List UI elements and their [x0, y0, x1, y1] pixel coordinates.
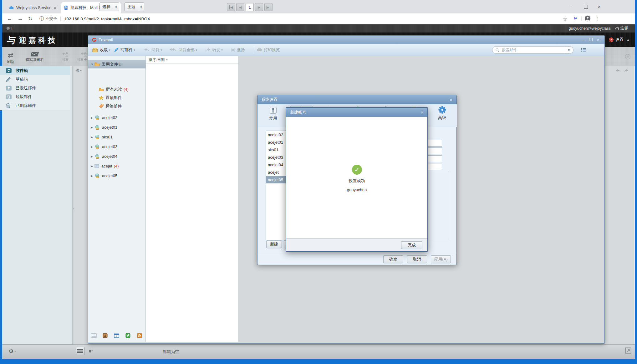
collapse-caret-icon[interactable]: ▲ — [627, 38, 629, 41]
settings-account-listbox: acejet02 acejet01 sks01 acejet03 acejet0… — [266, 131, 286, 240]
sidebar-item-trash[interactable]: 已删除邮件 — [0, 101, 70, 110]
list-view-button[interactable] — [76, 347, 84, 355]
tree-collapsed-icon[interactable]: ▶ — [91, 116, 94, 119]
account-acejet[interactable]: ▶ acejet (4) — [88, 161, 146, 171]
sidebar-item-inbox[interactable]: 收件箱 — [0, 66, 70, 75]
sidebar-item-junk[interactable]: 垃圾邮件 — [0, 92, 70, 102]
folder-tagged[interactable]: 标签邮件 — [88, 102, 146, 110]
site-settings[interactable]: 设置 ▲ — [609, 37, 629, 42]
splitter-handle[interactable]: ⋮ — [72, 208, 75, 212]
forward-mini-icon — [623, 69, 629, 72]
close-tab-icon[interactable]: × — [54, 5, 56, 10]
listbox-item[interactable]: sks01 — [266, 146, 286, 153]
extension-icon[interactable] — [573, 16, 578, 21]
tree-expanded-icon[interactable]: ▼ — [91, 63, 94, 66]
reload-icon[interactable]: ↻ — [28, 16, 33, 22]
compose-button[interactable]: 撰写新邮件 — [26, 51, 44, 62]
browser-tab-wejoyclass[interactable]: Wejoyclass Service Center × — [6, 2, 59, 13]
foxmail-titlebar[interactable]: Foxmail – × — [88, 36, 604, 44]
fx-maximize-icon[interactable] — [587, 37, 594, 42]
listbox-item[interactable]: acejet02 — [266, 131, 286, 138]
page-number-input[interactable]: 1 — [246, 3, 254, 11]
tree-collapsed-icon[interactable]: ▶ — [91, 126, 94, 129]
account-acejet03[interactable]: ▶ acejet03 — [88, 142, 146, 152]
account-acejet01[interactable]: ▶ acejet01 — [88, 122, 146, 132]
write-mail-button[interactable]: 写邮件 ▾ — [114, 47, 135, 53]
forward-button: 转发 ▾ — [205, 47, 223, 53]
cancel-button[interactable]: 取消 — [407, 255, 427, 263]
window-close-button[interactable]: × — [598, 4, 601, 10]
new-account-close-icon[interactable]: × — [419, 110, 425, 115]
listbox-item[interactable]: acejet03 — [266, 153, 286, 161]
fx-close-icon[interactable]: × — [594, 37, 602, 42]
listbox-item[interactable]: acejet — [266, 168, 286, 176]
account-acejet02[interactable]: ▶ acejet02 — [88, 113, 146, 122]
refresh-button[interactable]: ⇄ 刷新 — [7, 52, 14, 64]
select-dropdown[interactable]: 选择 ▴▾ — [99, 2, 119, 11]
back-icon[interactable]: ← — [7, 16, 12, 22]
tree-collapsed-icon[interactable]: ▶ — [91, 174, 94, 177]
bookmark-star-icon[interactable]: ☆ — [563, 16, 567, 22]
reply-label: 回复 — [151, 47, 160, 53]
fx-minimize-icon[interactable]: – — [579, 37, 587, 42]
clear-search-icon[interactable]: × — [625, 54, 630, 59]
caret-down-icon[interactable]: ▾ — [109, 48, 110, 52]
sort-header[interactable]: 排序:日期 ▾ — [146, 56, 238, 64]
logout-link[interactable]: 注销 — [620, 26, 628, 31]
settings-close-icon[interactable]: × — [448, 97, 454, 102]
listbox-item-selected[interactable]: acejet05 — [266, 176, 286, 183]
contacts-icon[interactable] — [102, 333, 109, 339]
window-maximize-button[interactable] — [584, 5, 588, 9]
new-account-titlebar[interactable]: 新建帐号 — [286, 108, 427, 117]
url-field[interactable]: ⓘ 不安全 | 192.168.0.9/mail/?_task=mail&_mb… — [39, 16, 150, 22]
delete-label: 删除 — [237, 47, 245, 53]
browser-menu-icon[interactable]: ⋮ — [594, 16, 600, 22]
tree-collapsed-icon[interactable]: ▶ — [91, 155, 94, 158]
calendar-icon[interactable]: 1 — [114, 333, 120, 339]
mail-view-icon[interactable] — [91, 333, 97, 339]
search-options-chevrons[interactable] — [565, 47, 573, 53]
receive-button[interactable]: 收取 ▾ — [92, 47, 110, 53]
sidebar-item-sent[interactable]: 已发送邮件 — [0, 84, 70, 93]
power-icon[interactable] — [615, 26, 619, 30]
window-minimize-button[interactable]: – — [570, 4, 573, 9]
spinner-icon[interactable]: ▴▾ — [113, 3, 119, 11]
layout-list-icon[interactable] — [581, 48, 586, 52]
conversation-icon[interactable] — [88, 349, 93, 353]
done-button[interactable]: 完成 — [401, 241, 422, 249]
account-globe-icon — [94, 125, 100, 130]
tree-collapsed-icon[interactable]: ▶ — [91, 165, 94, 168]
ok-button[interactable]: 确定 — [383, 255, 403, 263]
unread-count: (4) — [124, 87, 129, 92]
sidebar-item-drafts[interactable]: 草稿箱 — [0, 75, 70, 84]
folder-pinned[interactable]: 置顶邮件 — [88, 93, 146, 102]
tree-collapsed-icon[interactable]: ▶ — [91, 136, 94, 139]
spinner-icon[interactable]: ▴▾ — [138, 3, 144, 11]
expand-pane-icon[interactable] — [625, 347, 631, 354]
tab-advanced[interactable]: 高级 — [433, 106, 451, 121]
subject-dropdown[interactable]: 主题 ▴▾ — [125, 2, 144, 11]
footer-options-gear[interactable]: ⚙ ▾ — [9, 348, 16, 355]
reply-all-arrow-icon — [170, 48, 177, 52]
listbox-item[interactable]: acejet04 — [266, 161, 286, 168]
about-link[interactable]: 关于 — [6, 26, 14, 31]
settings-dialog-titlebar[interactable]: 系统设置 — [257, 95, 456, 104]
caret-down-icon[interactable]: ▾ — [134, 48, 135, 52]
notes-icon[interactable] — [125, 333, 132, 339]
account-sks01[interactable]: ▶ sks01 — [88, 132, 146, 142]
account-acejet04[interactable]: ▶ acejet04 — [88, 152, 146, 161]
account-acejet05[interactable]: ▶ acejet05 — [88, 171, 146, 181]
mail-search[interactable] — [492, 46, 573, 54]
folder-options-gear[interactable]: ⚙▾ — [76, 68, 82, 73]
webmail-footer — [2, 344, 635, 359]
rss-icon[interactable] — [137, 333, 143, 339]
search-input[interactable] — [501, 47, 565, 52]
new-account-button[interactable]: 新建 — [266, 240, 282, 248]
forward-icon[interactable]: → — [18, 16, 23, 22]
folder-all-unread[interactable]: 所有未读 (4) — [88, 85, 146, 93]
common-folders-header[interactable]: ▼ 常用文件夹 — [88, 60, 146, 68]
listbox-item[interactable]: acejet01 — [266, 138, 286, 146]
profile-icon[interactable] — [584, 15, 591, 22]
tree-collapsed-icon[interactable]: ▶ — [91, 145, 94, 148]
tab-general[interactable]: 常用 — [264, 106, 283, 121]
